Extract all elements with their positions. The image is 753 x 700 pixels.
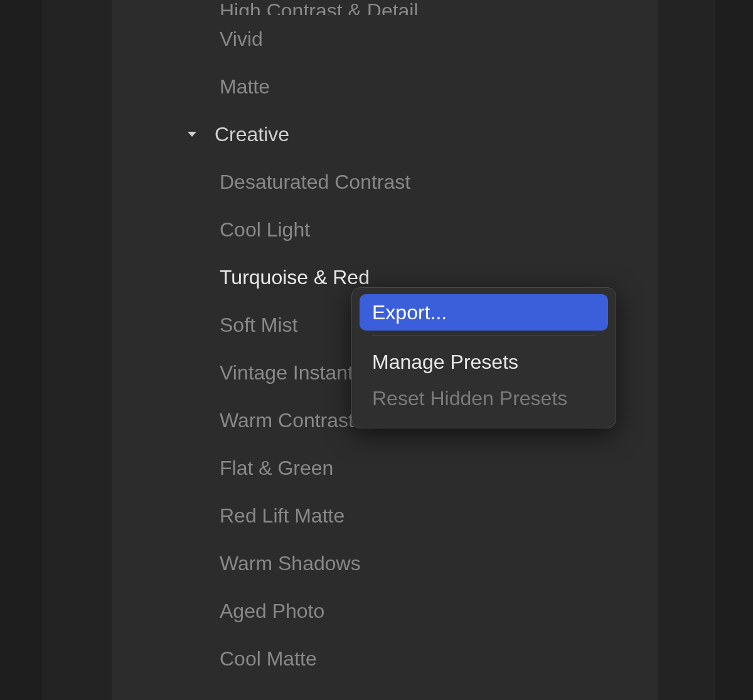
preset-label: Soft Mist: [220, 314, 297, 337]
preset-label: Vivid: [220, 28, 263, 51]
preset-item[interactable]: Matte: [112, 63, 658, 110]
menu-item-reset-hidden-presets: Reset Hidden Presets: [360, 380, 608, 416]
menu-item-label: Export...: [372, 301, 447, 324]
context-menu: Export... Manage Presets Reset Hidden Pr…: [351, 287, 616, 428]
menu-item-export[interactable]: Export...: [360, 294, 608, 331]
menu-item-manage-presets[interactable]: Manage Presets: [360, 344, 608, 380]
preset-label: High Contrast & Detail: [220, 0, 419, 15]
menu-item-label: Manage Presets: [372, 351, 518, 374]
preset-label: Desaturated Contrast: [220, 171, 410, 194]
chevron-down-icon: [184, 127, 200, 142]
preset-label: Aged Photo: [220, 600, 324, 623]
preset-item[interactable]: Aged Photo: [112, 587, 658, 635]
preset-item[interactable]: Flat & Green: [112, 444, 658, 492]
preset-label: Cool Matte: [220, 647, 317, 671]
preset-item[interactable]: Desaturated Contrast: [112, 158, 658, 206]
preset-label: Vintage Instant: [220, 361, 353, 384]
menu-item-label: Reset Hidden Presets: [372, 387, 567, 410]
preset-item[interactable]: High Contrast & Detail: [112, 0, 658, 15]
preset-label: Warm Shadows: [220, 552, 361, 575]
preset-item[interactable]: Cool Light: [112, 206, 658, 253]
preset-label: Warm Contrast: [220, 409, 354, 432]
group-label: Creative: [215, 123, 289, 146]
preset-item[interactable]: Cool Matte: [112, 635, 658, 682]
preset-item[interactable]: Warm Shadows: [112, 539, 658, 587]
preset-label: Cool Light: [220, 218, 310, 241]
preset-label: Red Lift Matte: [220, 504, 344, 528]
preset-group-creative[interactable]: Creative: [112, 110, 658, 158]
preset-label: Flat & Green: [220, 457, 333, 480]
left-gutter: [0, 0, 42, 700]
preset-item[interactable]: Vivid: [112, 15, 658, 63]
preset-label: Matte: [220, 75, 270, 98]
right-gutter: [715, 0, 753, 700]
preset-label: Turquoise & Red: [220, 266, 370, 289]
preset-item[interactable]: Red Lift Matte: [112, 492, 658, 539]
menu-separator: [372, 336, 595, 336]
